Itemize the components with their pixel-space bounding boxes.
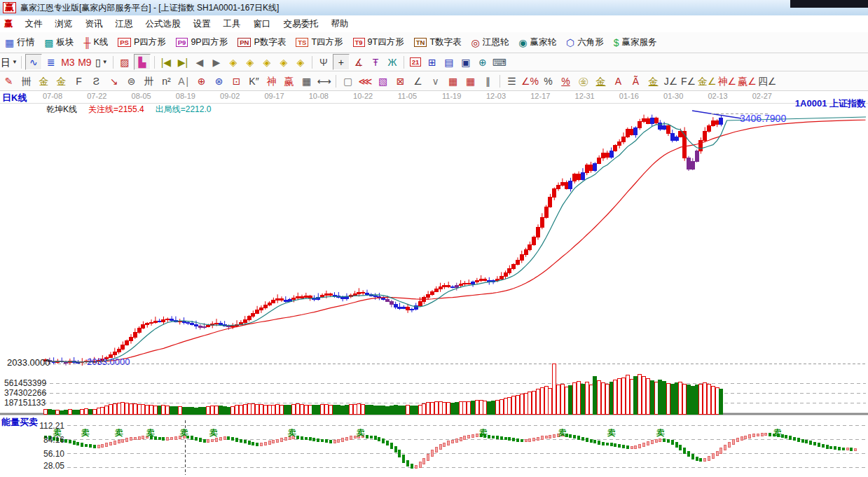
attention-line-label: 关注线=2155.4 [88,104,144,116]
sell-marker: 卖 [558,428,567,438]
sell-marker: 卖 [656,428,665,438]
price-current-label: 3406.7900 [740,113,786,124]
sell-marker: 卖 [607,428,616,438]
sell-marker: 卖 [356,428,365,438]
volume-axis-3: 187151133 [4,398,46,408]
date-tick-01-16: 01-16 [619,92,639,100]
date-tick-02-13: 02-13 [708,92,727,100]
date-tick-10-22: 10-22 [353,92,373,100]
indicator-axis-2: 84.16 [21,435,64,445]
sell-marker: 卖 [146,428,155,438]
indicator-axis-4: 28.05 [21,461,64,471]
indicator-axis-1: 112.21 [21,421,64,431]
date-axis: 07-0807-2208-0508-1909-0209-1710-0810-22… [0,92,868,103]
sell-marker: 卖 [179,428,188,438]
volume-axis-1: 561453399 [4,378,46,388]
date-tick-01-30: 01-30 [663,92,683,100]
indicator-axis-3: 56.10 [21,449,64,459]
date-tick-09-02: 09-02 [220,92,240,100]
date-tick-12-31: 12-31 [575,92,595,100]
date-tick-07-08: 07-08 [43,92,62,100]
date-tick-12-17: 12-17 [530,92,550,100]
sell-marker: 卖 [81,428,90,438]
date-tick-10-08: 10-08 [309,92,329,100]
date-tick-11-19: 11-19 [442,92,461,100]
date-tick-02-27: 02-27 [752,92,772,100]
sell-marker: 卖 [773,428,782,438]
date-tick-11-05: 11-05 [398,92,417,100]
symbol-label: 1A0001 上证指数 [795,97,866,110]
exit-line-label: 出局线=2212.0 [156,104,212,116]
sell-marker: 卖 [209,428,218,438]
qiankun-kline-label: 乾坤K线 [46,104,77,116]
volume-axis-2: 374302266 [4,388,46,398]
chart-canvas[interactable]: 卖卖卖卖卖卖卖卖卖卖卖卖卖 [0,0,868,477]
date-tick-08-05: 08-05 [132,92,151,100]
sell-marker: 卖 [287,428,296,438]
date-tick-07-22: 07-22 [87,92,106,100]
price-low-label: 2033.0000 [7,357,50,368]
price-low-marker-label: 2033.0000 [87,357,130,367]
sell-marker: 卖 [478,428,488,438]
date-tick-12-03: 12-03 [486,92,506,100]
date-tick-09-17: 09-17 [264,92,284,100]
date-tick-08-19: 08-19 [176,92,195,100]
sell-marker: 卖 [114,428,123,438]
